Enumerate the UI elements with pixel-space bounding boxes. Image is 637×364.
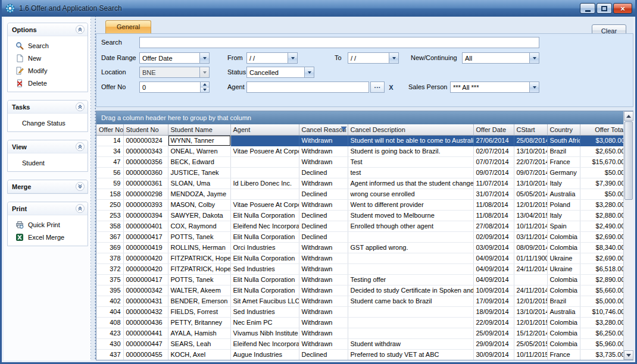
grid-cell[interactable] [230,156,299,167]
chevron-down-icon[interactable] [288,53,297,63]
table-row[interactable]: 140000000324WYNN, TannerWithdrawnStudent… [96,135,623,146]
grid-cell[interactable]: $2,690.00 [580,231,623,242]
grid-cell[interactable]: 14 [96,135,123,146]
grid-cell[interactable]: WYNN, Tanner [168,135,230,146]
grid-cell[interactable]: Nec Enim PC [230,317,299,328]
grid-cell[interactable]: 25/05/2015 [514,338,547,349]
table-row[interactable]: 3580000000401COX, RaymondEleifend Nec In… [96,221,623,231]
panel-header-merge[interactable]: Merge [8,180,88,193]
grid-cell[interactable]: Elit Nulla Corporation [230,285,299,296]
grid-cell[interactable] [230,135,299,146]
grid-cell[interactable]: Decided to study Certificate in Spoken a… [348,285,473,296]
grid-cell[interactable]: SAWYER, Dakota [168,210,230,221]
grid-cell[interactable]: Withdrawn [299,285,348,296]
agent-browse-button[interactable]: ··· [370,81,385,93]
grid-cell[interactable]: 09/07/2014 [473,167,514,178]
grid-cell[interactable]: 437 [96,349,123,360]
grid-cell[interactable] [348,263,473,274]
column-header-cstart[interactable]: CStart [514,124,547,135]
grid-cell[interactable]: 25/08/2014 [514,135,547,146]
grid-cell[interactable]: Ukraine [547,263,580,274]
grid-cell[interactable]: 0000000417 [123,274,168,285]
grid-cell[interactable]: Australia [547,189,580,199]
grid-cell[interactable]: Student is going back to Brazil. [348,146,473,156]
grid-cell[interactable]: 250 [96,199,123,210]
grid-cell[interactable]: 05/05/2014 [514,189,547,199]
grid-cell[interactable]: 0000000394 [123,210,168,221]
grid-cell[interactable]: 59 [96,178,123,189]
grid-cell[interactable]: 09/07/2014 [514,167,547,178]
grid-cell[interactable]: 395 [96,285,123,296]
grid-cell[interactable]: 11/08/2014 [473,210,514,221]
grid-cell[interactable]: $8,340.00 [580,242,623,253]
grid-cell[interactable]: Agent informed us that the student chang… [348,178,473,189]
grid-cell[interactable]: 02/09/2014 [473,231,514,242]
chevron-down-icon[interactable] [389,53,398,63]
grid-cell[interactable] [348,328,473,338]
grid-cell[interactable]: $2,490.00 [580,221,623,231]
grid-cell[interactable]: $15,670.00 [580,156,623,167]
grid-cell[interactable]: France [547,156,580,167]
grid-cell[interactable]: Withdrawn [299,146,348,156]
grid-cell[interactable]: 0000000447 [123,338,168,349]
grid-cell[interactable]: Withdrawn [299,178,348,189]
grid-cell[interactable]: Colombia [547,328,580,338]
grid-cell[interactable]: Withdrawn [299,296,348,306]
grid-cell[interactable]: 08/09/2014 [514,242,547,253]
grid-cell[interactable]: 12/01/2015 [514,199,547,210]
spin-down-icon[interactable] [201,87,209,92]
grid-cell[interactable]: 0000000417 [123,231,168,242]
agent-clear-button[interactable]: X [387,82,395,92]
grid-cell[interactable]: 25/09/2014 [473,328,514,338]
grid-cell[interactable]: 10/11/2014 [514,221,547,231]
sidebar-item-change-status[interactable]: Change Status [8,117,88,129]
grid-cell[interactable]: 18/09/2014 [473,306,514,317]
panel-header-view[interactable]: View [8,140,88,153]
grid-cell[interactable]: 12/01/2015 [514,296,547,306]
table-row[interactable]: 2530000000394SAWYER, DakotaElit Nulla Co… [96,210,623,221]
table-row[interactable]: 3670000000417POTTS, TanekElit Nulla Corp… [96,231,623,242]
scroll-up-button[interactable] [624,111,633,121]
grid-cell[interactable]: Sed Industries [230,306,299,317]
grid-cell[interactable]: ROLLINS, Herman [168,242,230,253]
grid-cell[interactable]: Colombia [547,231,580,242]
grid-cell[interactable]: $5,960.00 [580,338,623,349]
collapse-chevron-icon[interactable] [76,25,85,34]
grid-cell[interactable]: JUSTICE, Tanek [168,167,230,178]
grid-cell[interactable]: $3,280.00 [580,199,623,210]
grid-cell[interactable]: Withdrawn [299,263,348,274]
grid-cell[interactable]: Declined [299,231,348,242]
grid-cell[interactable]: Vitae Posuere At Corporation [230,199,299,210]
table-row[interactable]: 470000000356BECK, EdwardWithdrawnTest07/… [96,156,623,167]
table-row[interactable]: 590000000361SLOAN, UmaId Libero Donec In… [96,178,623,189]
grid-cell[interactable]: Colombia [547,274,580,285]
grid-cell[interactable]: Elit Nulla Corporation [230,253,299,263]
table-row[interactable]: 4300000000447SEARS, LeahEleifend Nec Inc… [96,338,623,349]
grid-cell[interactable]: Declined [299,349,348,360]
column-header-offer-date[interactable]: Offer Date [473,124,514,135]
grid-cell[interactable]: 22/09/2014 [473,317,514,328]
grid-cell[interactable]: Colombia [547,242,580,253]
table-row[interactable]: 4370000000455KOCH, AxelAugue IndustriesD… [96,349,623,360]
column-header-cancel-reason[interactable]: Cancel Reason [299,124,348,135]
grid-cell[interactable]: Student withdraw [348,338,473,349]
grid-cell[interactable]: Elit Nulla Corporation [230,231,299,242]
grid-cell[interactable]: 10/11/2015 [514,349,547,360]
sidebar-item-delete[interactable]: Delete [8,77,88,89]
grid-cell[interactable]: Withdrawn [299,328,348,338]
grid-cell[interactable]: BECK, Edward [168,156,230,167]
grid-cell[interactable]: 158 [96,189,123,199]
grid-cell[interactable]: 12/01/2015 [514,317,547,328]
grid-cell[interactable]: $10,746.00 [580,306,623,317]
grid-cell[interactable]: POTTS, Tanek [168,231,230,242]
grid-cell[interactable]: Germany [547,167,580,178]
grid-cell[interactable]: SEARS, Leah [168,338,230,349]
grid-cell[interactable]: Sit Amet Faucibus LLC [230,296,299,306]
grid-cell[interactable]: 0000000343 [123,146,168,156]
grid-cell[interactable]: 358 [96,221,123,231]
grid-cell[interactable]: 34 [96,146,123,156]
grid-cell[interactable]: 27/08/2014 [473,221,514,231]
table-row[interactable]: 340000000343ONEAL, WarrenVitae Posuere A… [96,146,623,156]
grid-cell[interactable]: test [348,167,473,178]
grid-cell[interactable]: Spain [547,221,580,231]
